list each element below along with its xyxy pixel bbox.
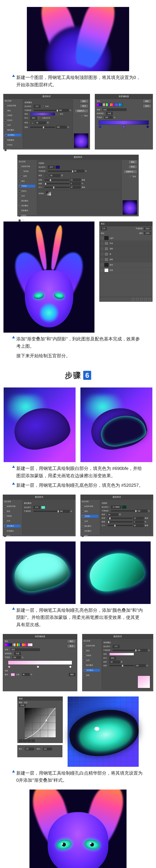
ok-button[interactable]: 确定 xyxy=(80,99,88,103)
scale-input[interactable] xyxy=(135,664,146,667)
fx-icon[interactable] xyxy=(132,298,134,301)
style-item[interactable]: 描边 xyxy=(84,510,88,512)
style-item[interactable]: 渐变叠加 xyxy=(84,530,91,532)
style-item[interactable]: 颜色叠加 xyxy=(21,200,28,202)
distance-input[interactable] xyxy=(133,517,144,520)
preview-check[interactable]: 预览 xyxy=(81,115,88,117)
grad-style-select[interactable]: 线性 xyxy=(109,656,116,660)
style-item[interactable]: 投影 xyxy=(7,535,10,537)
smoothness-input[interactable] xyxy=(104,116,113,119)
new-style-button[interactable]: 新建样式... xyxy=(75,109,88,113)
curves-preset-thumb[interactable] xyxy=(19,739,23,742)
style-item[interactable]: 混合选项 xyxy=(83,640,100,642)
style-item[interactable]: 斜面和浮雕 xyxy=(7,505,15,507)
size-input[interactable] xyxy=(70,186,81,189)
style-item[interactable]: 外发光 xyxy=(7,144,12,146)
style-item[interactable]: 等高线 xyxy=(24,170,29,172)
mask-icon[interactable] xyxy=(136,298,139,301)
style-item[interactable]: 描边 xyxy=(7,110,11,112)
curves-preset[interactable]: 预设：自定 xyxy=(19,702,28,704)
layer-row[interactable]: Light xyxy=(100,236,152,241)
style-item[interactable]: 渐变叠加 xyxy=(7,530,14,532)
style-item[interactable]: 斜面和浮雕 xyxy=(84,505,93,507)
style-item[interactable]: 光泽 xyxy=(7,520,10,522)
angle-input[interactable] xyxy=(108,513,118,516)
preset-swatch[interactable] xyxy=(5,643,10,646)
style-item[interactable]: 光泽 xyxy=(7,124,11,126)
opacity-input[interactable] xyxy=(137,510,147,512)
gradient-bar[interactable] xyxy=(8,660,72,665)
curves-preset-thumb[interactable] xyxy=(31,739,35,742)
layer-row[interactable]: 顶部 xyxy=(100,246,152,252)
grad-name-input[interactable] xyxy=(103,108,126,111)
style-item[interactable]: 混合选项 xyxy=(4,100,21,102)
style-item[interactable]: 内阴影 xyxy=(7,515,12,517)
stop-position-input[interactable] xyxy=(22,673,30,676)
preset-swatch[interactable] xyxy=(105,103,109,106)
scale-input[interactable] xyxy=(56,126,66,128)
style-item[interactable]: 颜色叠加 xyxy=(84,525,91,527)
gradient-stop[interactable] xyxy=(99,125,102,128)
style-item[interactable]: 内阴影 xyxy=(7,115,12,116)
style-item-selected[interactable]: 渐变叠加 xyxy=(8,134,14,136)
ok-button[interactable]: 确定 xyxy=(128,160,137,164)
style-item[interactable]: 混合选项 xyxy=(18,160,35,163)
blend-mode-select[interactable]: 正常 xyxy=(48,166,54,169)
curves-graph[interactable] xyxy=(25,708,55,737)
blend-mode-select[interactable]: 正常 xyxy=(101,227,107,230)
layer-row[interactable]: 脸部 xyxy=(100,257,152,262)
preview-check[interactable]: 预览 xyxy=(130,175,136,178)
visibility-icon[interactable] xyxy=(101,264,103,266)
layer-row[interactable]: 耳朵 xyxy=(100,241,152,246)
layer-row[interactable]: 角 xyxy=(100,252,152,257)
trash-icon[interactable] xyxy=(149,298,151,301)
layers-tab[interactable]: 图层 xyxy=(100,222,152,226)
style-item[interactable]: 光泽 xyxy=(21,195,25,197)
layer-row[interactable]: 底色 xyxy=(100,262,152,268)
style-item[interactable]: 描边 xyxy=(21,180,25,182)
style-item[interactable]: 混合选项 xyxy=(82,500,98,503)
visibility-icon[interactable] xyxy=(101,248,103,250)
preset-swatch[interactable] xyxy=(28,643,33,646)
cancel-button[interactable]: 取消 xyxy=(80,104,88,108)
gradient-stop[interactable] xyxy=(122,125,125,128)
gradient-stop[interactable] xyxy=(69,665,72,668)
opacity-input[interactable] xyxy=(59,510,70,513)
style-item[interactable]: 颜色叠加 xyxy=(86,664,93,666)
gradient-stop[interactable] xyxy=(146,125,149,128)
gradient-swatch[interactable] xyxy=(30,113,55,116)
curves-preset-thumb[interactable] xyxy=(27,739,31,742)
style-item[interactable]: 光泽 xyxy=(84,520,88,522)
visibility-icon[interactable] xyxy=(101,258,103,261)
style-item-selected[interactable]: 内阴影 xyxy=(22,185,27,187)
cancel-button[interactable]: 取消 xyxy=(67,644,76,648)
new-layer-icon[interactable] xyxy=(144,298,147,301)
gradient-stop[interactable] xyxy=(8,665,10,668)
opacity-input[interactable] xyxy=(74,170,84,173)
blend-mode-select[interactable]: 正片叠底 xyxy=(111,505,121,509)
blend-mode-select[interactable]: 正常 xyxy=(34,506,40,509)
contour-thumb[interactable] xyxy=(46,191,51,196)
grad-name-input[interactable] xyxy=(11,648,40,651)
choke-input[interactable] xyxy=(70,182,81,185)
style-item[interactable]: 内发光 xyxy=(7,119,12,121)
preset-swatch[interactable] xyxy=(16,643,21,646)
style-item[interactable]: 图案叠加 xyxy=(21,210,28,212)
shadow-color-swatch[interactable] xyxy=(55,166,60,169)
style-item[interactable]: 图案叠加 xyxy=(7,139,14,141)
style-item[interactable]: 内阴影 xyxy=(86,654,91,656)
shadow-color-swatch[interactable] xyxy=(122,505,126,509)
style-item[interactable]: 内发光 xyxy=(21,190,27,192)
style-item[interactable]: 混合选项 xyxy=(4,500,21,503)
visibility-icon[interactable] xyxy=(101,269,103,272)
gradient-bar[interactable] xyxy=(99,121,149,125)
style-item[interactable]: 投影 xyxy=(84,535,88,537)
choke-input[interactable] xyxy=(133,521,144,523)
blend-mode-select[interactable]: 正常 xyxy=(34,105,40,108)
size-input[interactable] xyxy=(133,524,144,527)
style-item[interactable]: 投影 xyxy=(86,674,90,676)
style-item-selected[interactable]: 颜色叠加 xyxy=(7,525,14,527)
style-item[interactable]: 光泽 xyxy=(86,659,90,661)
layer-opacity[interactable]: 100% xyxy=(144,227,151,230)
grad-style-select[interactable]: 线性 xyxy=(30,117,37,120)
